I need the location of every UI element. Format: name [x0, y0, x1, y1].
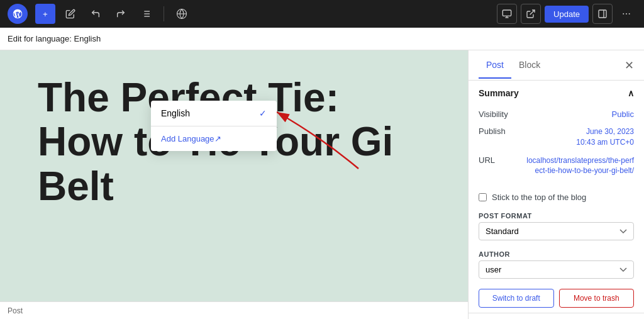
- action-buttons: Switch to draft Move to trash: [469, 284, 644, 313]
- svg-point-16: [629, 13, 630, 14]
- add-block-button[interactable]: +: [35, 4, 55, 24]
- author-label: AUTHOR: [469, 245, 644, 260]
- stick-label: Stick to the top of the blog: [492, 193, 586, 202]
- sidebar-toggle-button[interactable]: [592, 4, 613, 24]
- globe-icon: [176, 8, 187, 20]
- redo-icon: [116, 9, 126, 19]
- more-options-button[interactable]: [616, 4, 636, 24]
- publish-value[interactable]: June 30, 2023 10:43 am UTC+0: [523, 126, 634, 148]
- editor-area[interactable]: The Perfect Tie: How to Tie Your Gi Belt…: [0, 50, 468, 319]
- svg-line-11: [530, 10, 535, 14]
- language-option-english[interactable]: English ✓: [151, 103, 277, 123]
- status-text: Post: [8, 306, 23, 315]
- sidebar-tabs: Post Block: [479, 52, 625, 79]
- post-format-label: POST FORMAT: [469, 207, 644, 222]
- publish-row: Publish June 30, 2023 10:43 am UTC+0: [479, 123, 634, 152]
- svg-rect-8: [502, 10, 511, 16]
- status-bar: Post: [0, 301, 468, 319]
- view-post-button[interactable]: [521, 4, 541, 24]
- summary-label: Summary: [479, 88, 519, 98]
- url-label: URL: [479, 155, 523, 165]
- wp-logo: [8, 4, 28, 24]
- toolbar: + Update: [0, 0, 644, 28]
- edit-language-label: Edit for language: English: [8, 34, 101, 43]
- visibility-value[interactable]: Public: [523, 109, 634, 119]
- add-language-link[interactable]: Add Language↗: [151, 129, 277, 148]
- summary-header[interactable]: Summary ∧: [469, 81, 644, 106]
- pencil-icon: [65, 9, 75, 19]
- translate-button[interactable]: [172, 4, 192, 24]
- undo-icon: [91, 9, 101, 19]
- url-row: URL localhost/translatepress/the-perfect…: [479, 152, 634, 181]
- sidebar-icon: [597, 9, 608, 19]
- update-button[interactable]: Update: [545, 6, 589, 23]
- svg-point-15: [626, 13, 627, 14]
- main-layout: The Perfect Tie: How to Tie Your Gi Belt…: [0, 50, 644, 319]
- stick-checkbox[interactable]: [479, 193, 487, 201]
- chevron-up-icon: ∧: [628, 88, 634, 98]
- publish-label: Publish: [479, 126, 523, 136]
- visibility-row: Visibility Public: [479, 106, 634, 123]
- language-dropdown: English ✓ Add Language↗: [151, 101, 277, 151]
- preview-button[interactable]: [497, 4, 517, 24]
- language-label: English: [161, 108, 190, 118]
- svg-rect-12: [599, 10, 606, 18]
- dropdown-divider: [151, 126, 277, 126]
- add-language-label: Add Language↗: [161, 134, 221, 143]
- tab-block[interactable]: Block: [511, 52, 548, 79]
- redo-button[interactable]: [111, 4, 131, 24]
- move-trash-button[interactable]: Move to trash: [559, 289, 635, 308]
- summary-section: Summary ∧ Visibility Public Publish June…: [469, 81, 644, 313]
- categories-header[interactable]: Categories ∧: [469, 313, 644, 319]
- external-link-icon: [526, 9, 536, 19]
- summary-content: Visibility Public Publish June 30, 2023 …: [469, 106, 644, 187]
- list-icon: [141, 9, 151, 19]
- sidebar: Post Block ✕ Summary ∧ Visibility Public…: [468, 50, 644, 319]
- switch-draft-button[interactable]: Switch to draft: [479, 289, 554, 308]
- wordpress-icon: [12, 8, 23, 20]
- post-format-select[interactable]: Standard: [479, 222, 634, 240]
- sidebar-close-button[interactable]: ✕: [625, 59, 634, 72]
- sidebar-header: Post Block ✕: [469, 50, 644, 81]
- toolbar-divider: [164, 6, 164, 21]
- author-select[interactable]: user: [479, 260, 634, 279]
- url-value[interactable]: localhost/translatepress/the-perfect-tie…: [523, 155, 634, 177]
- tools-button[interactable]: [60, 4, 80, 24]
- categories-section: Categories ∧: [469, 313, 644, 319]
- undo-button[interactable]: [86, 4, 106, 24]
- svg-point-14: [623, 13, 624, 14]
- monitor-icon: [502, 9, 512, 19]
- check-icon: ✓: [259, 108, 267, 118]
- stick-row: Stick to the top of the blog: [469, 187, 644, 207]
- second-bar: Edit for language: English: [0, 28, 644, 50]
- toolbar-right: Update: [497, 4, 636, 24]
- list-view-button[interactable]: [136, 4, 156, 24]
- tab-post[interactable]: Post: [479, 52, 511, 79]
- ellipsis-icon: [621, 9, 631, 19]
- visibility-label: Visibility: [479, 109, 523, 119]
